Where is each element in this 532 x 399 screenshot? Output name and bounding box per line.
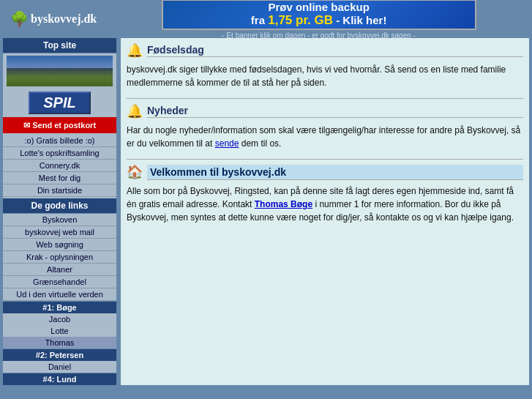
sidebar-item-byskoven[interactable]: Byskoven: [3, 214, 116, 226]
news-body-part1: Har du nogle nyheder/information som ska…: [127, 125, 520, 149]
header: 🌳 byskovvej.dk Prøv online backup fra 1,…: [0, 0, 532, 38]
person-lotte[interactable]: Lotte: [3, 325, 116, 337]
content-area: 🔔 Fødselsdag byskovvej.dk siger tillykke…: [121, 38, 529, 385]
banner-price: 1,75 pr. GB: [268, 13, 333, 27]
birthday-section: 🔔 Fødselsdag byskovvej.dk siger tillykke…: [127, 42, 523, 91]
banner-line1: Prøv online backup: [268, 1, 369, 13]
mountain-image: [7, 56, 113, 86]
birthday-body: byskovvej.dk siger tillykke med fødselsd…: [127, 61, 523, 91]
news-header: 🔔 Nyheder: [127, 103, 523, 119]
welcome-icon: 🏠: [127, 164, 143, 180]
sidebar-item-gratis[interactable]: :o) Gratis billede :o): [3, 135, 116, 147]
news-section: 🔔 Nyheder Har du nogle nyheder/informati…: [127, 103, 523, 152]
banner-line2: fra 1,75 pr. GB - Klik her!: [251, 13, 387, 28]
sidebar-item-din[interactable]: Din startside: [3, 184, 116, 197]
welcome-header: 🏠 Velkommen til byskovvej.dk: [127, 164, 523, 180]
sidebar-item-krak[interactable]: Krak - oplysningen: [3, 251, 116, 264]
banner-image[interactable]: Prøv online backup fra 1,75 pr. GB - Kli…: [162, 0, 476, 30]
sidebar-item-mestfordig[interactable]: Mest for dig: [3, 172, 116, 184]
welcome-title: Velkommen til byskovvej.dk: [147, 165, 523, 180]
banner-suffix: - Klik her!: [333, 14, 386, 26]
person-thomas[interactable]: Thomas: [3, 337, 116, 348]
sidebar-item-lotte[interactable]: Lotte's opskriftsamling: [3, 147, 116, 160]
family-4-header: #4: Lund: [3, 373, 116, 385]
family-1-header: #1: Bøge: [3, 302, 116, 313]
sidebar-item-graense[interactable]: Grænsehandel: [3, 276, 116, 288]
birthday-header: 🔔 Fødselsdag: [127, 42, 523, 59]
banner-prefix: fra: [251, 14, 268, 26]
send-link[interactable]: sende: [215, 138, 239, 149]
top-site-header: Top site: [3, 38, 116, 53]
divider-1: [127, 98, 523, 99]
news-icon: 🔔: [127, 103, 143, 119]
birthday-icon: 🔔: [127, 42, 143, 59]
postcard-label: Send et postkort: [32, 121, 96, 130]
logo[interactable]: 🌳 byskovvej.dk: [4, 7, 102, 31]
sidebar: Top site SPIL ✉ Send et postkort :o) Gra…: [3, 38, 116, 385]
welcome-section: 🏠 Velkommen til byskovvej.dk Alle som bo…: [127, 164, 523, 225]
sidebar-item-webmail[interactable]: byskovvej web mail: [3, 226, 116, 239]
person-daniel[interactable]: Daniel: [3, 361, 116, 373]
postcard-icon: ✉: [23, 121, 30, 130]
banner-area[interactable]: Prøv online backup fra 1,75 pr. GB - Kli…: [110, 0, 528, 40]
main-layout: Top site SPIL ✉ Send et postkort :o) Gra…: [0, 38, 532, 388]
sidebar-item-virtuel[interactable]: Ud i den virtuelle verden: [3, 288, 116, 301]
news-body-part3: dem til os.: [239, 138, 281, 149]
spil-button[interactable]: SPIL: [29, 92, 90, 114]
divider-2: [127, 159, 523, 160]
person-jacob[interactable]: Jacob: [3, 313, 116, 325]
welcome-body: Alle som bor på Byskovvej, Ringsted, kan…: [127, 183, 523, 225]
news-body: Har du nogle nyheder/information som ska…: [127, 122, 523, 152]
thomas-link[interactable]: Thomas Bøge: [255, 199, 312, 209]
logo-text: byskovvej.dk: [31, 12, 97, 26]
spil-section[interactable]: SPIL: [3, 89, 116, 117]
news-title: Nyheder: [147, 105, 523, 118]
sidebar-item-websogning[interactable]: Web søgning: [3, 239, 116, 251]
birthday-title: Fødselsdag: [147, 44, 523, 57]
sidebar-item-connery[interactable]: Connery.dk: [3, 160, 116, 172]
top-image-row: [3, 53, 116, 89]
family-2-header: #2: Petersen: [3, 349, 116, 361]
sidebar-item-altaner[interactable]: Altaner: [3, 264, 116, 276]
tree-icon: 🌳: [10, 10, 29, 28]
postcard-section[interactable]: ✉ Send et postkort: [3, 117, 116, 133]
top-links-section: :o) Gratis billede :o) Lotte's opskrifts…: [3, 133, 116, 198]
good-links-header: De gode links: [3, 198, 116, 213]
